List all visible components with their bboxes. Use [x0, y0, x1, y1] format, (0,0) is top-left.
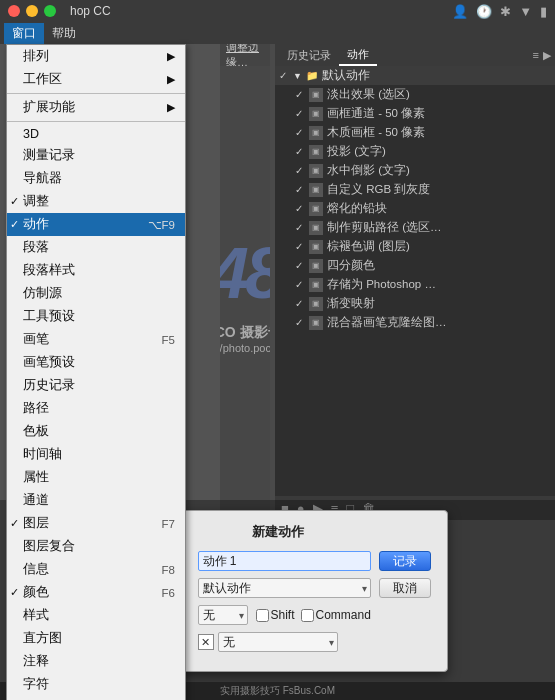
menu-字符样式[interactable]: 字符样式 — [7, 696, 185, 700]
menu-样式[interactable]: 样式 — [7, 604, 185, 627]
menu-注释[interactable]: 注释 — [7, 650, 185, 673]
menu-画笔[interactable]: 画笔 F5 — [7, 328, 185, 351]
action-item[interactable]: ✓ ▣ 制作剪贴路径 (选区… — [275, 218, 555, 237]
action-item[interactable]: ✓ ▣ 投影 (文字) — [275, 142, 555, 161]
panel-arrow-icon[interactable]: ▶ — [543, 49, 551, 62]
watermark-title: POCO 摄影专题 — [220, 324, 270, 342]
window-title-bar: hop CC 👤 🕐 ✱ ▼ ▮ — [0, 0, 555, 22]
watermark-text: 实用摄影技巧 FsBus.CoM — [220, 684, 335, 698]
folder-icon: 📁 — [306, 70, 318, 81]
command-checkbox[interactable] — [301, 609, 314, 622]
color-select-group: ✕ 无 — [198, 632, 338, 652]
menu-调整[interactable]: ✓ 调整 — [7, 190, 185, 213]
funckey-select[interactable]: 无 — [198, 605, 248, 625]
action-item[interactable]: ✓ ▣ 棕褪色调 (图层) — [275, 237, 555, 256]
clock-icon: 🕐 — [476, 4, 492, 19]
adjust-toolbar: 调整边缘… — [220, 44, 270, 66]
menu-段落样式[interactable]: 段落样式 — [7, 259, 185, 282]
shift-checkbox[interactable] — [256, 609, 269, 622]
wifi-icon: ▼ — [519, 4, 532, 19]
maximize-button[interactable] — [44, 5, 56, 17]
menu-历史记录[interactable]: 历史记录 — [7, 374, 185, 397]
action-item[interactable]: ✓ ▣ 水中倒影 (文字) — [275, 161, 555, 180]
menu-属性[interactable]: 属性 — [7, 466, 185, 489]
action-item[interactable]: ✓ ▣ 自定义 RGB 到灰度 — [275, 180, 555, 199]
menu-字符[interactable]: 字符 — [7, 673, 185, 696]
window-icons: 👤 🕐 ✱ ▼ ▮ — [452, 4, 547, 19]
group-select-wrapper: 默认动作 — [198, 578, 371, 598]
menu-工作区[interactable]: 工作区 ▶ — [7, 68, 185, 91]
action-icon: ▣ — [309, 259, 323, 273]
menu-bar: 窗口 帮助 — [0, 22, 555, 44]
action-item[interactable]: ✓ ▣ 混合器画笔克隆绘图… — [275, 313, 555, 332]
panel-menu-icon[interactable]: ≡ — [533, 49, 539, 61]
color-select[interactable]: 无 — [218, 632, 338, 652]
action-icon: ▣ — [309, 107, 323, 121]
menu-排列[interactable]: 排列 ▶ — [7, 45, 185, 68]
menu-item-help[interactable]: 帮助 — [44, 23, 84, 44]
menu-仿制源[interactable]: 仿制源 — [7, 282, 185, 305]
close-button[interactable] — [8, 5, 20, 17]
action-icon: ▣ — [309, 202, 323, 216]
menu-通道[interactable]: 通道 — [7, 489, 185, 512]
menu-画笔预设[interactable]: 画笔预设 — [7, 351, 185, 374]
menu-段落[interactable]: 段落 — [7, 236, 185, 259]
canvas-watermark: POCO 摄影专题 http://photo.poco.cn/ — [220, 324, 270, 354]
menu-图层[interactable]: ✓ 图层 F7 — [7, 512, 185, 535]
menu-时间轴[interactable]: 时间轴 — [7, 443, 185, 466]
submenu-arrow: ▶ — [167, 101, 175, 114]
menu-3d[interactable]: 3D — [7, 124, 185, 144]
menu-动作[interactable]: ✓ 动作 ⌥F9 — [7, 213, 185, 236]
canvas-number: 154817 — [220, 232, 270, 314]
menu-路径[interactable]: 路径 — [7, 397, 185, 420]
action-icon: ▣ — [309, 240, 323, 254]
action-item[interactable]: ✓ ▣ 熔化的铅块 — [275, 199, 555, 218]
color-select-wrapper: 无 — [218, 632, 338, 652]
action-item[interactable]: ✓ ▣ 画框通道 - 50 像素 — [275, 104, 555, 123]
menu-信息[interactable]: 信息 F8 — [7, 558, 185, 581]
menu-扩展功能[interactable]: 扩展功能 ▶ — [7, 96, 185, 119]
watermark-url: http://photo.poco.cn/ — [220, 342, 270, 354]
menu-颜色[interactable]: ✓ 颜色 F6 — [7, 581, 185, 604]
menu-直方图[interactable]: 直方图 — [7, 627, 185, 650]
menu-图层复合[interactable]: 图层复合 — [7, 535, 185, 558]
actions-panel: 历史记录 动作 ≡ ▶ ✓ ▼ 📁 默认动作 ✓ ▣ 淡出效果 (选区) ✓ — [275, 44, 555, 520]
minimize-button[interactable] — [26, 5, 38, 17]
group-select[interactable]: 默认动作 — [198, 578, 371, 598]
name-input[interactable] — [198, 551, 371, 571]
canvas-area: 154817 POCO 摄影专题 http://photo.poco.cn/ — [220, 66, 270, 520]
panel-tab-bar: 历史记录 动作 ≡ ▶ — [275, 44, 555, 66]
window-dropdown-menu: 排列 ▶ 工作区 ▶ 扩展功能 ▶ 3D 测量记录 导航器 ✓ 调整 — [6, 44, 186, 700]
actions-group-header[interactable]: ✓ ▼ 📁 默认动作 — [275, 66, 555, 85]
action-icon: ▣ — [309, 183, 323, 197]
menu-测量记录[interactable]: 测量记录 — [7, 144, 185, 167]
submenu-arrow: ▶ — [167, 50, 175, 63]
app-container: hop CC 👤 🕐 ✱ ▼ ▮ 窗口 帮助 排列 ▶ 工作区 ▶ 扩展功能 ▶ — [0, 0, 555, 700]
actions-list: ✓ ▼ 📁 默认动作 ✓ ▣ 淡出效果 (选区) ✓ ▣ 画框通道 - 50 像… — [275, 66, 555, 496]
action-icon: ▣ — [309, 145, 323, 159]
tab-actions[interactable]: 动作 — [339, 45, 377, 66]
group-name: 默认动作 — [322, 68, 370, 83]
action-item[interactable]: ✓ ▣ 四分颜色 — [275, 256, 555, 275]
menu-导航器[interactable]: 导航器 — [7, 167, 185, 190]
action-item[interactable]: ✓ ▣ 存储为 Photoshop … — [275, 275, 555, 294]
action-icon: ▣ — [309, 221, 323, 235]
action-item[interactable]: ✓ ▣ 木质画框 - 50 像素 — [275, 123, 555, 142]
action-icon: ▣ — [309, 278, 323, 292]
cancel-button[interactable]: 取消 — [379, 578, 431, 598]
record-button[interactable]: 记录 — [379, 551, 431, 571]
menu-item-window[interactable]: 窗口 — [4, 23, 44, 44]
action-item[interactable]: ✓ ▣ 渐变映射 — [275, 294, 555, 313]
action-item[interactable]: ✓ ▣ 淡出效果 (选区) — [275, 85, 555, 104]
shift-checkbox-label: Shift — [256, 608, 295, 622]
panel-tab-icons: ≡ ▶ — [533, 49, 551, 62]
modifier-keys-group: Shift Command — [256, 608, 371, 622]
color-x-icon: ✕ — [198, 634, 214, 650]
command-checkbox-label: Command — [301, 608, 371, 622]
separator-2 — [7, 121, 185, 122]
bluetooth-icon: ✱ — [500, 4, 511, 19]
menu-色板[interactable]: 色板 — [7, 420, 185, 443]
action-icon: ▣ — [309, 297, 323, 311]
tab-history[interactable]: 历史记录 — [279, 46, 339, 65]
menu-工具预设[interactable]: 工具预设 — [7, 305, 185, 328]
